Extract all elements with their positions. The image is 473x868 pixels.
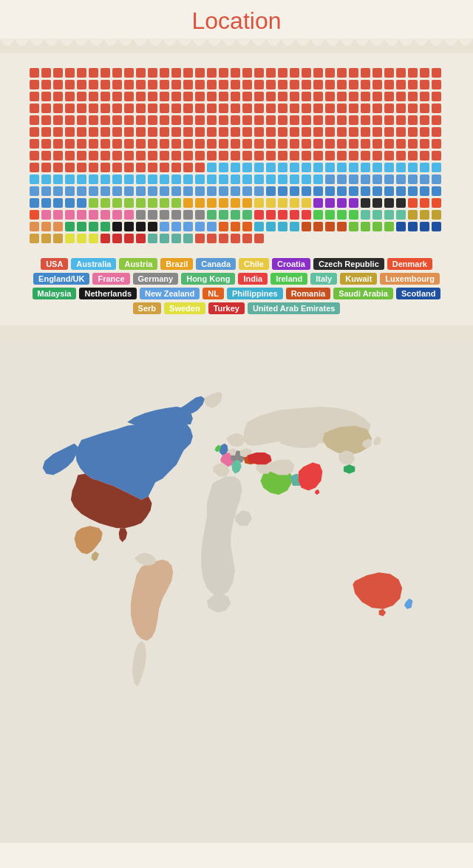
waffle-cell (207, 92, 217, 101)
waffle-cell (302, 127, 311, 137)
legend-item: Romania (286, 288, 330, 299)
waffle-cell (124, 210, 134, 220)
waffle-cell (101, 115, 110, 125)
waffle-cell (349, 127, 358, 137)
waffle-cell (112, 127, 122, 137)
waffle-cell (148, 80, 157, 89)
waffle-cell (136, 104, 146, 113)
waffle-cell (183, 104, 193, 113)
waffle-cell (101, 68, 110, 78)
waffle-cell (148, 115, 157, 125)
waffle-cell (53, 198, 63, 208)
waffle-cell (207, 104, 217, 113)
waffle-cell (278, 127, 287, 137)
waffle-cell (53, 163, 63, 172)
waffle-cell (420, 127, 429, 137)
legend-item: NL (203, 288, 224, 299)
waffle-cell (195, 198, 205, 208)
waffle-cell (77, 139, 86, 149)
waffle-cell (432, 186, 441, 196)
waffle-cell (432, 163, 441, 172)
waffle-cell (337, 115, 347, 125)
waffle-cell (420, 198, 429, 208)
waffle-cell (384, 115, 394, 125)
waffle-cell (372, 198, 382, 208)
waffle-cell (148, 68, 157, 78)
waffle-cell (361, 198, 370, 208)
waffle-cell (219, 198, 228, 208)
legend-item: New Zealand (140, 288, 200, 299)
waffle-cell (313, 186, 323, 196)
waffle-cell (384, 92, 394, 101)
waffle-cell (349, 115, 358, 125)
waffle-cell (41, 115, 51, 125)
waffle-cell (384, 127, 394, 137)
waffle-cell (337, 127, 347, 137)
waffle-cell (349, 80, 358, 89)
waffle-cell (396, 104, 406, 113)
waffle-cell (278, 163, 287, 172)
waffle-cell (219, 174, 228, 184)
waffle-cell (290, 210, 299, 220)
waffle-cell (160, 210, 169, 220)
legend-item: Brazil (160, 258, 193, 270)
waffle-cell (89, 186, 98, 196)
waffle-cell (384, 80, 394, 89)
waffle-cell (325, 127, 335, 137)
waffle-cell (361, 163, 370, 172)
waffle-cell (420, 186, 429, 196)
waffle-cell (432, 139, 441, 149)
waffle-cell (313, 139, 323, 149)
waffle-cell (266, 127, 276, 137)
waffle-cell (302, 104, 311, 113)
legend-item: Croatia (272, 258, 310, 270)
waffle-cell (372, 151, 382, 160)
waffle-cell (136, 222, 146, 231)
waffle-cell (53, 186, 63, 196)
legend-item: Canada (196, 258, 236, 270)
waffle-cell (112, 104, 122, 113)
map-container (0, 362, 473, 821)
waffle-cell (349, 222, 358, 231)
waffle-cell (420, 222, 429, 231)
waffle-cell (77, 210, 86, 220)
waffle-cell (313, 92, 323, 101)
waffle-cell (313, 174, 323, 184)
waffle-cell (30, 80, 39, 89)
waffle-cell (325, 104, 335, 113)
waffle-cell (183, 68, 193, 78)
waffle-cell (53, 127, 63, 137)
waffle-cell (266, 92, 276, 101)
waffle-cell (89, 163, 98, 172)
waffle-cell (278, 210, 287, 220)
waffle-cell (65, 104, 75, 113)
waffle-cell (302, 151, 311, 160)
waffle-cell (101, 163, 110, 172)
waffle-cell (30, 163, 39, 172)
waffle-cell (242, 151, 252, 160)
waffle-cell (112, 80, 122, 89)
waffle-cell (337, 68, 347, 78)
waffle-cell (290, 104, 299, 113)
waffle-cell (53, 151, 63, 160)
legend-item: Saudi Arabia (333, 288, 393, 299)
waffle-cell (337, 186, 347, 196)
waffle-cell (207, 186, 217, 196)
waffle-cell (30, 198, 39, 208)
waffle-cell (219, 92, 228, 101)
waffle-cell (384, 174, 394, 184)
waffle-cell (432, 151, 441, 160)
waffle-cell (136, 174, 146, 184)
scallop-border-top (0, 38, 473, 53)
waffle-cell (408, 92, 418, 101)
waffle-cell (65, 186, 75, 196)
waffle-cell (112, 210, 122, 220)
legend-item: Phillippines (227, 288, 283, 299)
waffle-cell (30, 92, 39, 101)
waffle-cell (195, 210, 205, 220)
waffle-cell (53, 68, 63, 78)
waffle-cell (148, 186, 157, 196)
waffle-cell (231, 80, 240, 89)
waffle-cell (396, 186, 406, 196)
waffle-cell (361, 222, 370, 231)
